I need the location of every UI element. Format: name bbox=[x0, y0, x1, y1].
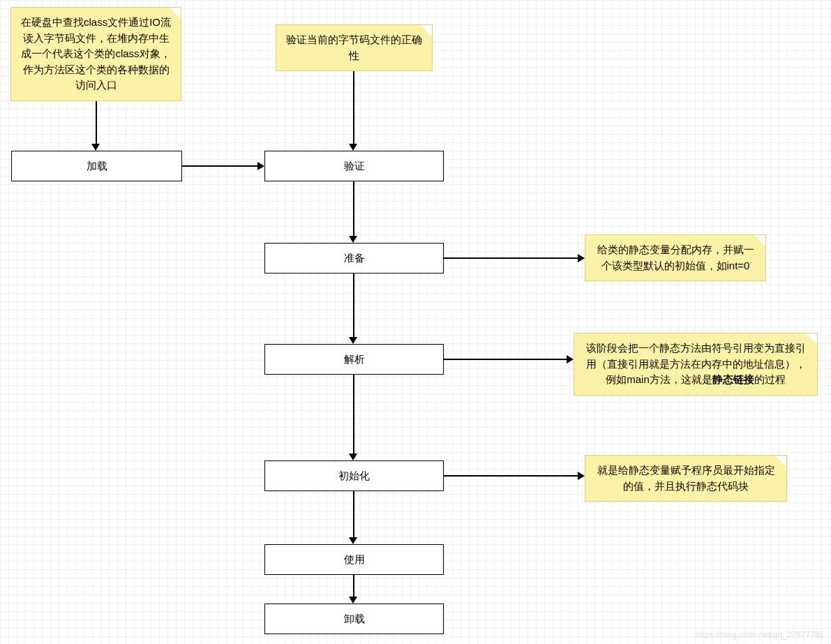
arrow-init-to-note bbox=[444, 475, 578, 477]
arrow-verifynote-to-verify bbox=[353, 63, 354, 144]
arrow-loadnote-to-load bbox=[96, 94, 97, 144]
box-unload-label: 卸载 bbox=[344, 613, 365, 626]
box-verify: 验证 bbox=[264, 151, 444, 181]
note-load: 在硬盘中查找class文件通过IO流读入字节码文件，在堆内存中生成一个代表这个类… bbox=[10, 7, 181, 101]
arrow-prepare-to-resolve bbox=[353, 274, 354, 337]
note-load-text: 在硬盘中查找class文件通过IO流读入字节码文件，在堆内存中生成一个代表这个类… bbox=[21, 16, 171, 91]
arrowhead-prepare-to-resolve bbox=[349, 337, 357, 344]
arrow-verify-to-prepare bbox=[353, 181, 354, 236]
arrowhead-resolve-to-init bbox=[349, 454, 357, 460]
box-resolve: 解析 bbox=[264, 344, 444, 375]
arrowhead-resolve-to-note bbox=[567, 355, 574, 364]
arrowhead-init-to-use bbox=[349, 537, 357, 544]
note-prepare-text: 给类的静态变量分配内存，并赋一个该类型默认的初始值，如int=0 bbox=[597, 244, 754, 271]
note-verify-text: 验证当前的字节码文件的正确性 bbox=[286, 33, 422, 61]
box-load-label: 加载 bbox=[87, 160, 107, 173]
arrowhead-load-to-verify bbox=[257, 162, 264, 170]
watermark: https://blog.csdn.net/qq_27877781 bbox=[696, 630, 824, 640]
box-init-label: 初始化 bbox=[338, 470, 370, 483]
arrowhead-verifynote-to-verify bbox=[349, 144, 357, 151]
box-unload: 卸载 bbox=[264, 604, 444, 634]
box-use: 使用 bbox=[264, 544, 444, 575]
note-verify: 验证当前的字节码文件的正确性 bbox=[276, 24, 433, 71]
arrow-init-to-use bbox=[353, 491, 354, 537]
arrow-load-to-verify bbox=[182, 165, 257, 167]
arrow-prepare-to-note bbox=[444, 257, 578, 259]
box-init: 初始化 bbox=[264, 460, 444, 491]
arrowhead-init-to-note bbox=[578, 472, 585, 480]
box-prepare-label: 准备 bbox=[344, 252, 365, 265]
note-resolve-text-c: 的过程 bbox=[754, 373, 786, 385]
arrow-use-to-unload bbox=[353, 575, 354, 597]
box-load: 加载 bbox=[11, 151, 182, 181]
note-resolve: 该阶段会把一个静态方法由符号引用变为直接引用（直接引用就是方法在内存中的地址信息… bbox=[574, 333, 818, 396]
arrow-resolve-to-init bbox=[353, 375, 354, 454]
note-resolve-text-b: 静态链接 bbox=[712, 373, 754, 385]
arrowhead-loadnote-to-load bbox=[91, 144, 100, 151]
box-verify-label: 验证 bbox=[344, 160, 365, 173]
box-prepare: 准备 bbox=[264, 243, 444, 274]
arrowhead-verify-to-prepare bbox=[349, 236, 357, 243]
note-init-text: 就是给静态变量赋予程序员最开始指定的值，并且执行静态代码块 bbox=[597, 464, 775, 492]
arrow-resolve-to-note bbox=[444, 359, 567, 360]
note-init: 就是给静态变量赋予程序员最开始指定的值，并且执行静态代码块 bbox=[585, 455, 787, 502]
arrowhead-prepare-to-note bbox=[578, 254, 585, 262]
box-use-label: 使用 bbox=[344, 553, 365, 567]
box-resolve-label: 解析 bbox=[344, 353, 365, 366]
note-prepare: 给类的静态变量分配内存，并赋一个该类型默认的初始值，如int=0 bbox=[585, 234, 766, 281]
arrowhead-use-to-unload bbox=[349, 597, 357, 604]
